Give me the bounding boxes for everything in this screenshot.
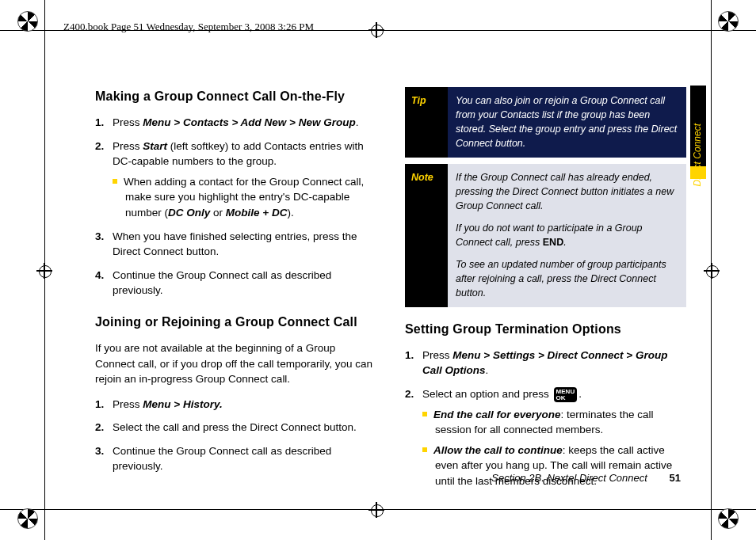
- heading-making-group-call: Making a Group Connect Call On-the-Fly: [95, 87, 376, 105]
- right-column: Tip You can also join or rejoin a Group …: [405, 87, 708, 469]
- register-mark-bottom: [368, 502, 384, 518]
- steps-make-call: Press Menu > Contacts > Add New > New Gr…: [95, 115, 376, 299]
- sub-bullet: When adding a contact for the Group Conn…: [113, 174, 376, 221]
- bullet-square-icon: [113, 179, 117, 184]
- footer-section: Section 2B. Nextel Direct Connect: [491, 472, 647, 484]
- paragraph: If you are not available at the beginnin…: [95, 340, 376, 387]
- steps-join: Press Menu > History. Select the call an…: [95, 397, 376, 474]
- bullet-square-icon: [422, 447, 427, 452]
- note-body: If the Group Connect call has already en…: [448, 164, 686, 307]
- step-item: When you have finished selecting entries…: [95, 229, 376, 260]
- header-pathline: Z400.book Page 51 Wednesday, September 3…: [63, 20, 314, 35]
- tip-body: You can also join or rejoin a Group Conn…: [448, 87, 686, 158]
- step-item: Continue the Group Connect call as descr…: [95, 268, 376, 299]
- step-item: Continue the Group Connect call as descr…: [95, 443, 376, 474]
- page-footer: Section 2B. Nextel Direct Connect 51: [0, 471, 681, 486]
- register-mark-top: [368, 22, 384, 38]
- footer-page-number: 51: [670, 472, 681, 484]
- tip-box: Tip You can also join or rejoin a Group …: [405, 87, 686, 158]
- colorwheel-icon: [17, 508, 38, 529]
- left-column: Making a Group Connect Call On-the-Fly P…: [95, 87, 376, 469]
- step-item: Press Start (left softkey) to add Contac…: [95, 139, 376, 221]
- menu-ok-key-icon: MENUOK: [554, 387, 578, 402]
- colorwheel-icon: [17, 11, 38, 32]
- step-item: Select the call and press the Direct Con…: [95, 420, 376, 435]
- heading-termination-options: Setting Group Termination Options: [405, 320, 686, 338]
- colorwheel-icon: [718, 11, 739, 32]
- content-area: Making a Group Connect Call On-the-Fly P…: [95, 87, 708, 469]
- menu-path: Menu > Contacts > Add New > New Group: [143, 116, 355, 128]
- register-mark-left: [36, 263, 52, 279]
- step-item: Press Menu > Settings > Direct Connect >…: [405, 348, 686, 378]
- note-box: Note If the Group Connect call has alrea…: [405, 164, 686, 307]
- sub-bullet: End the call for everyone: terminates th…: [422, 407, 686, 438]
- steps-termination: Press Menu > Settings > Direct Connect >…: [405, 348, 686, 489]
- end-key: END: [543, 237, 563, 248]
- bullet-square-icon: [422, 412, 427, 416]
- softkey-start: Start: [143, 140, 167, 152]
- page: Z400.book Page 51 Wednesday, September 3…: [0, 0, 756, 540]
- heading-join-rejoin: Joining or Rejoining a Group Connect Cal…: [95, 313, 376, 331]
- tip-label: Tip: [405, 87, 448, 158]
- note-label: Note: [405, 164, 448, 307]
- menu-path: Menu > History.: [143, 398, 222, 410]
- step-item: Press Menu > Contacts > Add New > New Gr…: [95, 115, 376, 131]
- menu-path: Menu > Settings > Direct Connect > Group…: [422, 349, 667, 377]
- step-item: Press Menu > History.: [95, 397, 376, 413]
- colorwheel-icon: [718, 508, 739, 529]
